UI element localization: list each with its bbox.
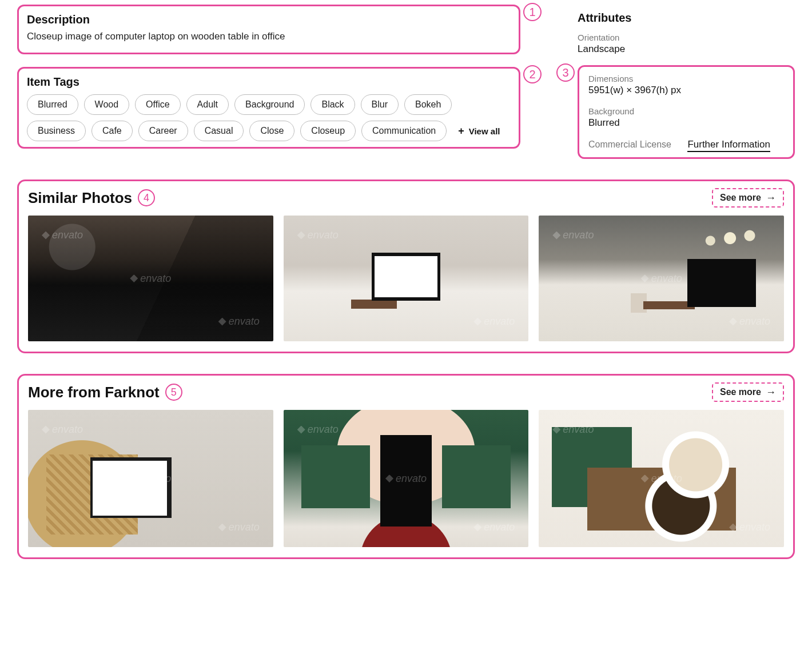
view-all-label: View all xyxy=(469,126,500,136)
tag-pill[interactable]: Business xyxy=(27,121,86,141)
attribute-orientation: Orientation Landscape xyxy=(578,33,795,55)
author-photo-thumbnail[interactable]: envato envato envato xyxy=(539,410,784,547)
attributes-heading: Attributes xyxy=(578,11,795,25)
watermark-icon: envato xyxy=(130,473,171,485)
more-from-heading: More from Farknot xyxy=(28,384,160,401)
more-from-thumbs-row: envato envato envato envato envato envat… xyxy=(28,410,784,547)
tag-pill[interactable]: Career xyxy=(138,121,188,141)
similar-photos-heading: Similar Photos xyxy=(28,189,132,207)
background-label: Background xyxy=(588,106,784,116)
background-value: Blurred xyxy=(588,117,784,129)
tag-pill[interactable]: Adult xyxy=(186,94,229,115)
tag-pill[interactable]: Close xyxy=(249,121,294,141)
annotation-badge-2: 2 xyxy=(523,65,542,83)
watermark-icon: envato xyxy=(473,521,515,533)
watermark-icon: envato xyxy=(729,521,770,533)
watermark-icon: envato xyxy=(297,229,339,241)
author-photo-thumbnail[interactable]: envato envato envato xyxy=(284,410,529,547)
arrow-right-icon: → xyxy=(766,193,776,203)
watermark-icon: envato xyxy=(385,273,427,285)
annotation-badge-1: 1 xyxy=(523,3,542,21)
tag-pill[interactable]: Cafe xyxy=(91,121,133,141)
watermark-icon: envato xyxy=(552,229,594,241)
dimensions-label: Dimensions xyxy=(588,74,784,83)
similar-photo-thumbnail[interactable]: envato envato envato xyxy=(284,216,529,341)
author-photo-thumbnail[interactable]: envato envato envato xyxy=(28,410,273,547)
tag-pill[interactable]: Background xyxy=(234,94,305,115)
tag-pill[interactable]: Closeup xyxy=(300,121,356,141)
plus-icon: + xyxy=(458,126,464,136)
tag-pill[interactable]: Black xyxy=(311,94,355,115)
orientation-label: Orientation xyxy=(578,33,795,42)
orientation-value: Landscape xyxy=(578,43,795,55)
arrow-right-icon: → xyxy=(766,387,776,397)
similar-see-more-button[interactable]: See more → xyxy=(712,188,784,208)
further-information-link[interactable]: Further Information xyxy=(687,139,770,152)
attributes-highlight-block: 3 Dimensions 5951(w) × 3967(h) px Backgr… xyxy=(578,65,795,159)
watermark-icon: envato xyxy=(130,273,171,285)
watermark-icon: envato xyxy=(729,316,770,328)
watermark-icon: envato xyxy=(218,521,260,533)
watermark-icon: envato xyxy=(42,229,83,241)
attribute-background: Background Blurred xyxy=(588,106,784,129)
item-tags-block: 2 Item Tags Blurred Wood Office Adult Ba… xyxy=(17,67,520,149)
dimensions-value: 5951(w) × 3967(h) px xyxy=(588,85,784,96)
more-from-see-more-button[interactable]: See more → xyxy=(712,382,784,402)
annotation-badge-5: 5 xyxy=(165,384,182,401)
similar-photo-thumbnail[interactable]: envato envato envato xyxy=(28,216,273,341)
watermark-icon: envato xyxy=(297,424,339,436)
tags-container: Blurred Wood Office Adult Background Bla… xyxy=(27,94,511,141)
description-heading: Description xyxy=(27,13,511,26)
license-row: Commercial License Further Information xyxy=(588,139,784,150)
watermark-icon: envato xyxy=(42,424,83,436)
annotation-badge-3: 3 xyxy=(556,63,575,82)
tag-pill[interactable]: Blur xyxy=(361,94,399,115)
tag-pill[interactable]: Blurred xyxy=(27,94,78,115)
similar-photos-section: Similar Photos 4 See more → envato envat… xyxy=(17,180,795,353)
more-from-author-section: More from Farknot 5 See more → envato en… xyxy=(17,374,795,559)
attributes-panel: Attributes Orientation Landscape 3 Dimen… xyxy=(578,5,795,159)
tag-pill[interactable]: Communication xyxy=(361,121,447,141)
similar-photo-thumbnail[interactable]: envato envato envato xyxy=(539,216,784,341)
watermark-icon: envato xyxy=(385,473,427,485)
see-more-label: See more xyxy=(720,193,761,203)
view-all-tags-button[interactable]: + View all xyxy=(452,121,505,141)
tag-pill[interactable]: Office xyxy=(135,94,181,115)
watermark-icon: envato xyxy=(218,316,260,328)
item-tags-heading: Item Tags xyxy=(27,75,511,89)
license-label: Commercial License xyxy=(588,139,671,149)
attribute-dimensions: Dimensions 5951(w) × 3967(h) px xyxy=(588,74,784,96)
watermark-icon: envato xyxy=(641,273,682,285)
watermark-icon: envato xyxy=(552,424,594,436)
annotation-badge-4: 4 xyxy=(138,189,155,206)
see-more-label: See more xyxy=(720,387,761,397)
description-block: 1 Description Closeup image of computer … xyxy=(17,5,520,54)
description-text: Closeup image of computer laptop on wood… xyxy=(27,31,511,42)
tag-pill[interactable]: Bokeh xyxy=(404,94,452,115)
tag-pill[interactable]: Wood xyxy=(84,94,130,115)
watermark-icon: envato xyxy=(641,473,682,485)
similar-thumbs-row: envato envato envato envato envato envat… xyxy=(28,216,784,341)
watermark-icon: envato xyxy=(473,316,515,328)
tag-pill[interactable]: Casual xyxy=(194,121,244,141)
